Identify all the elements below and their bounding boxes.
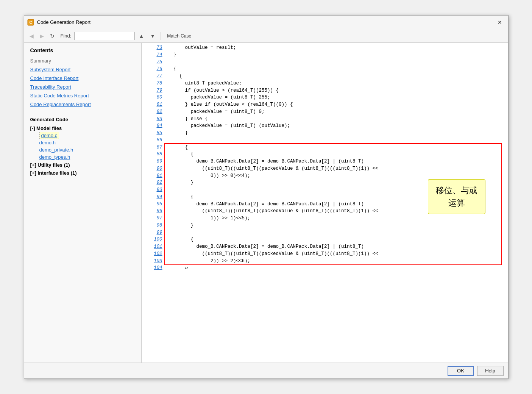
table-row: 74 } xyxy=(142,52,508,59)
table-row: 80 packedValue = (uint8_T) 255; xyxy=(142,94,508,101)
find-prev-button[interactable]: ▲ xyxy=(136,32,146,40)
toolbar: ◀ ▶ ↻ Find: ▲ ▼ Match Case xyxy=(24,29,508,43)
minimize-button[interactable]: — xyxy=(470,18,481,27)
file-link-demo-types-h[interactable]: demo_types.h xyxy=(39,154,70,160)
table-row: 78 uint8_T packedValue; xyxy=(142,80,508,87)
utility-files-header[interactable]: [+] Utility files (1) xyxy=(30,162,135,168)
line-code: ((uint8_T)((uint8_T)(packedValue & (uint… xyxy=(162,165,508,172)
sidebar-divider xyxy=(30,112,135,112)
code-scroll-area[interactable]: 73 outValue = result;74 }7576 {77 {78 ui… xyxy=(142,43,508,363)
match-case-button[interactable]: Match Case xyxy=(164,32,194,40)
line-code: { xyxy=(162,236,508,243)
table-row: 82 packedValue = (uint8_T) 0; xyxy=(142,108,508,116)
file-link-demo-h[interactable]: demo.h xyxy=(39,140,56,145)
line-number[interactable]: 95 xyxy=(142,201,162,208)
line-number[interactable]: 102 xyxy=(142,250,162,258)
line-number[interactable]: 103 xyxy=(142,258,162,265)
window-controls: — □ ✕ xyxy=(470,18,505,27)
find-input[interactable] xyxy=(74,32,135,40)
ok-button[interactable]: OK xyxy=(448,366,474,376)
line-number[interactable]: 94 xyxy=(142,194,162,201)
line-code: { xyxy=(162,73,508,80)
table-row: 79 if (outValue > (real64_T)(255)) { xyxy=(142,87,508,94)
table-row: 102 ((uint8_T)((uint8_T)(packedValue & (… xyxy=(142,250,508,258)
interface-files-header[interactable]: [+] Interface files (1) xyxy=(30,170,135,176)
main-content: Contents Summary Subsystem Report Code I… xyxy=(24,43,508,363)
line-number[interactable]: 97 xyxy=(142,215,162,222)
file-link-demo-c[interactable]: demo.c xyxy=(39,132,59,139)
help-button[interactable]: Help xyxy=(477,366,504,376)
line-number[interactable]: 91 xyxy=(142,172,162,180)
forward-button[interactable]: ▶ xyxy=(37,32,46,40)
line-code: 2)) >> 2)<<6); xyxy=(162,258,508,265)
tooltip-box: 移位、与或 运算 xyxy=(428,179,485,214)
table-row: 87 { xyxy=(142,144,508,151)
sidebar-item-traceability[interactable]: Traceability Report xyxy=(30,84,135,90)
line-code: } else { xyxy=(162,116,508,123)
maximize-button[interactable]: □ xyxy=(482,18,493,27)
line-number[interactable]: 93 xyxy=(142,186,162,194)
sidebar: Contents Summary Subsystem Report Code I… xyxy=(24,43,142,363)
table-row: 86 xyxy=(142,137,508,144)
line-code: { xyxy=(162,66,508,73)
model-files-header[interactable]: [-] Model files xyxy=(30,125,135,131)
line-code: uint8_T packedValue; xyxy=(162,80,508,87)
line-number[interactable]: 74 xyxy=(142,52,162,59)
file-link-demo-private-h[interactable]: demo_private.h xyxy=(39,147,73,153)
find-label: Find: xyxy=(61,33,72,39)
table-row: 90 ((uint8_T)((uint8_T)(packedValue & (u… xyxy=(142,165,508,172)
table-row: 88 { xyxy=(142,151,508,158)
tree-item-demo-h: demo.h xyxy=(30,140,135,145)
line-number[interactable]: 96 xyxy=(142,208,162,215)
line-code: } xyxy=(162,222,508,229)
line-number[interactable]: 86 xyxy=(142,137,162,144)
line-number[interactable]: 92 xyxy=(142,179,162,186)
main-window: C Code Generation Report — □ ✕ ◀ ▶ ↻ Fin… xyxy=(24,15,509,379)
find-next-button[interactable]: ▼ xyxy=(148,32,158,40)
line-code xyxy=(162,59,508,66)
line-number[interactable]: 81 xyxy=(142,101,162,108)
sidebar-item-replacements[interactable]: Code Replacements Report xyxy=(30,102,135,107)
code-table: 73 outValue = result;74 }7576 {77 {78 ui… xyxy=(142,44,508,272)
bottom-bar: OK Help xyxy=(24,363,508,378)
refresh-button[interactable]: ↻ xyxy=(48,32,57,40)
line-number[interactable]: 90 xyxy=(142,165,162,172)
back-button[interactable]: ◀ xyxy=(27,32,36,40)
tooltip-line2: 运算 xyxy=(448,198,465,208)
line-number[interactable]: 73 xyxy=(142,44,162,52)
sidebar-item-code-interface[interactable]: Code Interface Report xyxy=(30,75,135,81)
line-number[interactable]: 85 xyxy=(142,130,162,137)
line-code: ((uint8_T)((uint8_T)(packedValue & (uint… xyxy=(162,250,508,258)
table-row: 81 } else if (outValue < (real64_T)(0)) … xyxy=(142,101,508,108)
sidebar-item-static-metrics[interactable]: Static Code Metrics Report xyxy=(30,93,135,98)
line-number[interactable]: 98 xyxy=(142,222,162,229)
line-code: 0)) >> 0)<<4); xyxy=(162,172,508,180)
line-number[interactable]: 89 xyxy=(142,158,162,165)
line-number[interactable]: 83 xyxy=(142,116,162,123)
line-number[interactable]: 75 xyxy=(142,59,162,66)
sidebar-item-subsystem[interactable]: Subsystem Report xyxy=(30,67,135,72)
window-title: Code Generation Report xyxy=(37,19,470,25)
line-number[interactable]: 82 xyxy=(142,108,162,116)
line-number[interactable]: 104 xyxy=(142,264,162,272)
app-icon: C xyxy=(27,19,34,26)
line-number[interactable]: 80 xyxy=(142,94,162,101)
table-row: 97 1)) >> 1)<<5); xyxy=(142,215,508,222)
line-number[interactable]: 77 xyxy=(142,73,162,80)
line-number[interactable]: 88 xyxy=(142,151,162,158)
close-button[interactable]: ✕ xyxy=(495,18,505,27)
line-number[interactable]: 87 xyxy=(142,144,162,151)
line-number[interactable]: 99 xyxy=(142,229,162,236)
line-number[interactable]: 100 xyxy=(142,236,162,243)
interface-files-section: [+] Interface files (1) xyxy=(30,170,135,176)
line-code xyxy=(162,229,508,236)
line-number[interactable]: 84 xyxy=(142,122,162,130)
line-code: } xyxy=(162,52,508,59)
line-number[interactable]: 79 xyxy=(142,87,162,94)
line-number[interactable]: 78 xyxy=(142,80,162,87)
line-number[interactable]: 101 xyxy=(142,243,162,250)
table-row: 101 demo_B.CANPack.Data[2] = demo_B.CANP… xyxy=(142,243,508,250)
line-number[interactable]: 76 xyxy=(142,66,162,73)
tree-item-demo-types-h: demo_types.h xyxy=(30,154,135,160)
sidebar-item-summary[interactable]: Summary xyxy=(30,58,135,64)
